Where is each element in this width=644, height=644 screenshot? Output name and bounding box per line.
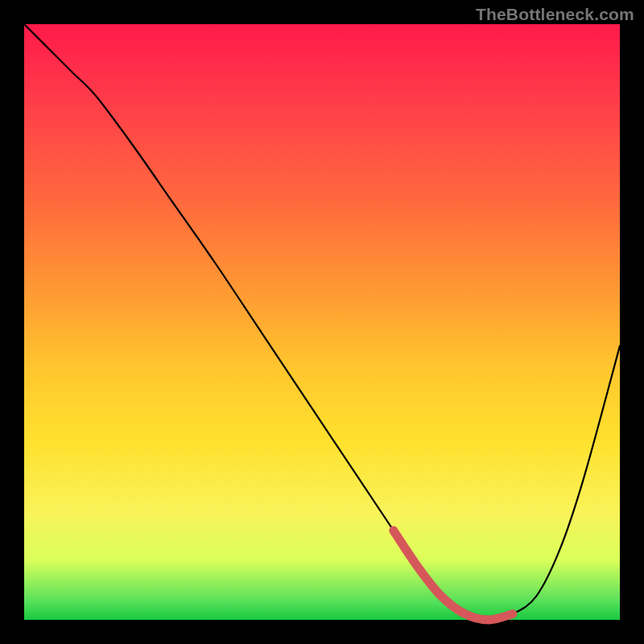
plot-area <box>24 24 620 620</box>
curve-svg <box>24 24 620 620</box>
watermark-text: TheBottleneck.com <box>476 5 634 24</box>
optimal-range-highlight <box>394 530 513 620</box>
chart-frame: TheBottleneck.com <box>0 0 644 644</box>
bottleneck-curve <box>24 24 620 620</box>
